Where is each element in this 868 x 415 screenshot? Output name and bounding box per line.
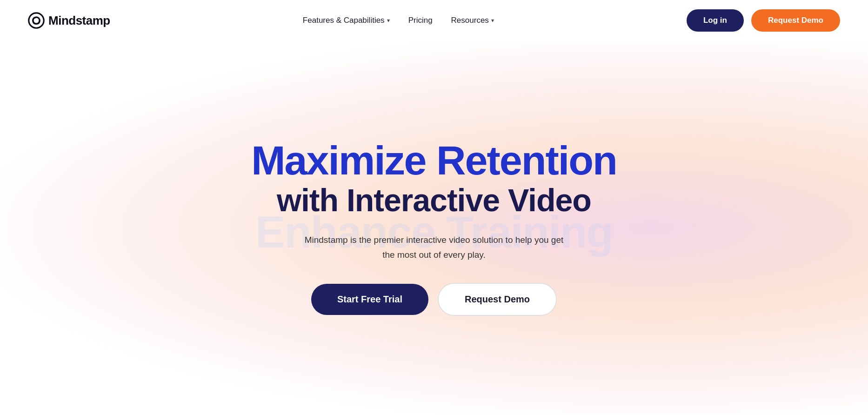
hero-description: Mindstamp is the premier interactive vid… bbox=[304, 233, 564, 263]
navbar: Mindstamp Features & Capabilities ▾ Pric… bbox=[0, 0, 868, 41]
nav-links: Features & Capabilities ▾ Pricing Resour… bbox=[295, 12, 501, 29]
hero-title: Maximize Retention with Interactive Vide… bbox=[251, 140, 616, 218]
hero-section: Enhance Training Maximize Retention with… bbox=[0, 41, 868, 415]
nav-actions: Log in Request Demo bbox=[687, 9, 840, 32]
chevron-down-icon: ▾ bbox=[491, 17, 494, 24]
nav-request-demo-button[interactable]: Request Demo bbox=[751, 9, 840, 32]
login-button[interactable]: Log in bbox=[687, 9, 744, 32]
nav-item-features[interactable]: Features & Capabilities ▾ bbox=[295, 12, 397, 29]
logo-icon bbox=[28, 12, 45, 29]
hero-title-line2: with Interactive Video bbox=[251, 183, 616, 218]
svg-point-0 bbox=[29, 13, 44, 28]
chevron-down-icon: ▾ bbox=[387, 17, 390, 24]
hero-title-line1: Maximize Retention bbox=[251, 140, 616, 181]
nav-item-resources[interactable]: Resources ▾ bbox=[444, 12, 501, 29]
logo-link[interactable]: Mindstamp bbox=[28, 12, 110, 29]
hero-content: Maximize Retention with Interactive Vide… bbox=[242, 140, 626, 316]
start-free-trial-button[interactable]: Start Free Trial bbox=[311, 284, 428, 315]
logo-text: Mindstamp bbox=[48, 13, 110, 28]
hero-request-demo-button[interactable]: Request Demo bbox=[438, 283, 557, 316]
hero-buttons: Start Free Trial Request Demo bbox=[251, 283, 616, 316]
nav-item-pricing[interactable]: Pricing bbox=[401, 12, 440, 29]
